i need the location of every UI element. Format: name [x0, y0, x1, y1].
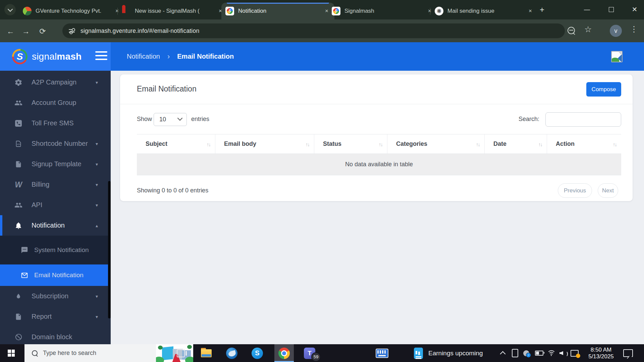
active-tab-accent: [227, 3, 329, 4]
page-zoom-icon[interactable]: [568, 27, 575, 34]
caret-down-icon: ▾: [96, 294, 98, 299]
browser-tab-new-issue[interactable]: New issue - SignalMash ( ×: [118, 3, 228, 19]
profile-avatar[interactable]: v: [610, 25, 622, 37]
column-header-date[interactable]: Date↑↓: [485, 134, 547, 154]
bookmark-star-icon[interactable]: ☆: [584, 24, 592, 34]
back-button[interactable]: ←: [5, 25, 16, 37]
caret-down-icon: ▾: [96, 141, 98, 146]
sort-icon[interactable]: ↑↓: [538, 141, 542, 147]
tray-onedrive-info-icon[interactable]: [521, 344, 531, 362]
tab-close-icon[interactable]: ×: [527, 7, 534, 15]
signalmash-logo-icon[interactable]: S: [12, 49, 28, 64]
tray-battery-icon[interactable]: [534, 344, 544, 362]
sidebar-scrollbar[interactable]: [108, 181, 111, 318]
column-header-email-body[interactable]: Email body↑↓: [215, 134, 314, 154]
sidebar-item-label: A2P Campaign: [32, 78, 76, 86]
sidebar-logo-header: S signalmash: [0, 42, 111, 71]
window-minimize-button[interactable]: —: [579, 0, 595, 19]
taskbar-clock[interactable]: 8:50 AM 5/13/2025: [586, 347, 616, 360]
browser-tab-signalmash[interactable]: Signalmash ×: [328, 3, 437, 19]
sidebar-item-domain-block[interactable]: Domain block: [0, 327, 111, 344]
sidebar-item-subscription[interactable]: Subscription ▾: [0, 286, 111, 306]
address-bar[interactable]: signalmash.gventure.info/#/email-notific…: [62, 23, 565, 38]
browser-tab-mail-issue[interactable]: ❋ Mail sending issue ×: [431, 3, 538, 19]
email-notification-card: Email Notification Compose Show 10 entri…: [120, 74, 633, 201]
tray-signin-icon[interactable]: [570, 344, 580, 362]
news-icon: [414, 348, 423, 359]
tray-wifi-icon[interactable]: [546, 344, 556, 362]
task-view-button[interactable]: [171, 344, 191, 362]
gventure-favicon: [23, 7, 32, 15]
signalmash-favicon: [225, 7, 234, 15]
site-settings-icon[interactable]: [68, 27, 75, 34]
sidebar-item-signup-template[interactable]: Signup Template ▾: [0, 154, 111, 174]
sidebar-item-system-notification[interactable]: System Notification: [0, 236, 111, 264]
breadcrumb-parent[interactable]: Notification: [127, 53, 160, 60]
next-page-button[interactable]: Next: [598, 183, 618, 198]
thunderbird-button[interactable]: [222, 344, 241, 362]
column-header-action[interactable]: Action↑↓: [547, 134, 621, 154]
taskbar-search-input[interactable]: [42, 349, 124, 357]
window-restore-button[interactable]: [603, 0, 619, 19]
previous-page-button[interactable]: Previous: [558, 183, 592, 198]
sidebar-item-api[interactable]: API ▾: [0, 195, 111, 215]
news-widget-label[interactable]: Earnings upcoming: [428, 344, 483, 362]
reload-button[interactable]: ⟳: [37, 25, 48, 37]
column-header-subject[interactable]: Subject↑↓: [137, 134, 215, 154]
file-icon: [13, 160, 24, 168]
column-header-categories[interactable]: Categories↑↓: [387, 134, 485, 154]
sidebar-item-label: Account Group: [32, 99, 76, 107]
brand-light: signal: [32, 51, 57, 62]
broken-image-icon[interactable]: [611, 51, 623, 62]
touch-keyboard-button[interactable]: [372, 344, 392, 362]
teams-button[interactable]: T59: [300, 344, 319, 362]
sidebar-item-a2p-campaign[interactable]: A2P Campaign ▾: [0, 72, 111, 93]
chrome-button[interactable]: [274, 344, 294, 362]
card-divider: [120, 104, 633, 104]
tab-search-button[interactable]: [4, 4, 16, 15]
sort-icon[interactable]: ↑↓: [207, 141, 210, 147]
sidebar-item-label: Shortcode Number: [32, 140, 88, 147]
windows-taskbar: S T59 Earnings upcoming 8:50 AM 5/13/202…: [0, 344, 644, 362]
sort-icon[interactable]: ↑↓: [476, 141, 480, 147]
sidebar-item-billing[interactable]: W Billing ▾: [0, 174, 111, 195]
browser-menu-icon[interactable]: ⋮: [630, 24, 638, 34]
column-header-status[interactable]: Status↑↓: [314, 134, 387, 154]
sort-icon[interactable]: ↑↓: [613, 141, 616, 147]
sidebar-item-account-group[interactable]: Account Group: [0, 93, 111, 113]
compose-button[interactable]: Compose: [586, 82, 621, 97]
table-search-input[interactable]: [545, 112, 621, 127]
breadcrumb-current: Email Notification: [177, 53, 234, 60]
column-label: Subject: [146, 140, 167, 147]
window-close-button[interactable]: ✕: [627, 0, 643, 19]
skype-button[interactable]: S: [248, 344, 267, 362]
sidebar-item-report[interactable]: Report ▾: [0, 306, 111, 327]
start-button[interactable]: [8, 350, 15, 357]
news-widget-button[interactable]: [409, 344, 428, 362]
browser-tab-gventure[interactable]: GVenture Technology Pvt. ×: [19, 3, 125, 19]
task-view-icon: [177, 349, 185, 357]
sidebar-item-email-notification-active[interactable]: Email Notification: [0, 264, 111, 286]
sidebar-item-shortcode-number[interactable]: </> Shortcode Number ▾: [0, 133, 111, 154]
clock-time: 8:50 AM: [586, 347, 616, 353]
tray-expand-button[interactable]: [498, 344, 508, 362]
new-tab-button[interactable]: +: [537, 4, 547, 15]
sort-icon[interactable]: ↑↓: [379, 141, 382, 147]
sort-icon[interactable]: ↑↓: [306, 141, 309, 147]
envelope-icon: [20, 272, 29, 279]
tray-volume-icon[interactable]: [558, 344, 568, 362]
taskbar-search-box[interactable]: [24, 344, 169, 362]
skype-icon: S: [252, 348, 263, 359]
billing-icon: W: [13, 181, 24, 188]
page-size-select[interactable]: 10: [154, 113, 187, 126]
forward-button[interactable]: →: [20, 25, 32, 37]
sidebar-item-notification[interactable]: Notification ▴: [0, 215, 111, 236]
action-center-icon[interactable]: [623, 349, 633, 357]
hamburger-menu-icon[interactable]: [95, 51, 107, 61]
brand-name[interactable]: signalmash: [32, 51, 82, 62]
tray-your-phone-icon[interactable]: [510, 344, 520, 362]
sidebar-item-toll-free-sms[interactable]: Toll Free SMS: [0, 113, 111, 133]
file-code-icon: </>: [13, 140, 24, 148]
browser-tab-notification-active[interactable]: Notification ×: [221, 3, 334, 19]
file-explorer-button[interactable]: [197, 344, 216, 362]
